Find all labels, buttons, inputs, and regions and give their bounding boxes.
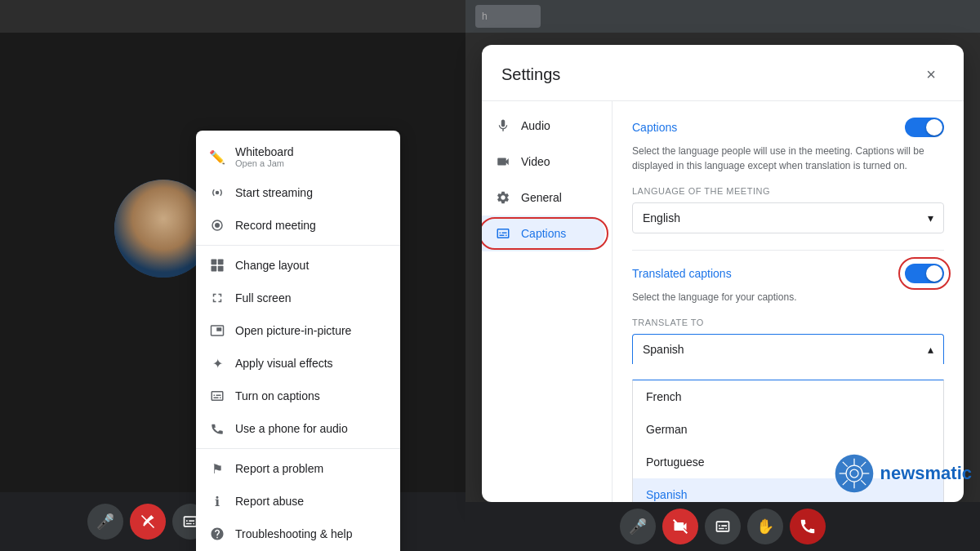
search-text: h [482, 11, 488, 22]
translate-value: Spanish [643, 343, 684, 356]
menu-item-streaming[interactable]: Start streaming [196, 176, 400, 209]
menu-item-pip[interactable]: Open picture-in-picture [196, 314, 400, 347]
menu-item-whiteboard[interactable]: ✏️ Whiteboard Open a Jam [196, 137, 400, 176]
menu-label-whiteboard: Whiteboard [235, 145, 294, 158]
option-portuguese-label: Portuguese [646, 455, 705, 469]
search-bar: h [475, 5, 541, 28]
newsmatic-watermark: newsmatic [834, 453, 972, 494]
captions-description: Select the language people will use in t… [632, 144, 944, 173]
menu-item-record[interactable]: Record meeting [196, 209, 400, 242]
menu-item-layout[interactable]: Change layout [196, 249, 400, 282]
abuse-icon: ℹ [209, 493, 225, 509]
option-french-label: French [646, 390, 682, 403]
phone-icon [209, 420, 225, 437]
layout-icon [209, 257, 225, 273]
option-german[interactable]: German [633, 413, 943, 446]
nav-item-captions[interactable]: Captions [482, 216, 605, 251]
menu-item-fullscreen[interactable]: Full screen [196, 282, 400, 314]
captions-nav-icon [495, 225, 511, 242]
language-dropdown[interactable]: English ▾ [632, 202, 944, 233]
general-icon [495, 189, 511, 206]
menu-sublabel-whiteboard: Open a Jam [235, 158, 294, 168]
captions-menu-icon [209, 388, 225, 404]
end-call-button-right[interactable] [790, 509, 826, 544]
report-icon: ⚑ [209, 460, 225, 477]
svg-rect-6 [218, 266, 224, 272]
settings-sidebar: Audio Video General [482, 101, 612, 502]
svg-point-0 [216, 191, 220, 195]
streaming-icon [209, 184, 225, 201]
nav-label-video: Video [521, 155, 550, 168]
nav-label-general: General [521, 191, 562, 204]
nav-item-general[interactable]: General [482, 180, 605, 216]
language-value: English [643, 211, 680, 224]
menu-item-phone[interactable]: Use a phone for audio [196, 412, 400, 445]
menu-divider-1 [196, 245, 400, 246]
menu-label-record: Record meeting [235, 219, 316, 232]
captions-title: Captions [632, 121, 677, 134]
option-french[interactable]: French [633, 380, 943, 413]
section-divider [632, 250, 944, 251]
newsmatic-text: newsmatic [880, 463, 972, 484]
translated-description: Select the language for your captions. [632, 290, 944, 304]
menu-item-captions[interactable]: Turn on captions [196, 380, 400, 412]
captions-section-header: Captions [632, 118, 944, 137]
menu-label-effects: Apply visual effects [235, 357, 333, 370]
mic-button-right[interactable]: 🎤 [620, 509, 656, 544]
video-icon [495, 153, 511, 170]
settings-body: Audio Video General [482, 101, 964, 502]
left-panel: ✏️ Whiteboard Open a Jam Start streaming… [0, 0, 466, 551]
menu-label-layout: Change layout [235, 259, 309, 272]
effects-icon: ✦ [209, 355, 225, 371]
translate-label: TRANSLATE TO [632, 318, 944, 327]
settings-content: Captions Select the language people will… [612, 101, 964, 502]
cam-button-right[interactable] [662, 509, 698, 544]
pip-icon [209, 322, 225, 339]
svg-rect-5 [212, 266, 217, 272]
settings-title: Settings [501, 65, 560, 84]
menu-item-report-problem[interactable]: ⚑ Report a problem [196, 452, 400, 485]
translated-toggle[interactable] [905, 264, 944, 283]
captions-toggle[interactable] [905, 118, 944, 137]
whiteboard-icon: ✏️ [209, 149, 225, 165]
menu-item-report-abuse[interactable]: ℹ Report abuse [196, 485, 400, 518]
top-bar-left [0, 0, 466, 33]
right-panel: h Settings × Audio [466, 0, 980, 551]
fullscreen-icon [209, 290, 225, 306]
menu-label-pip: Open picture-in-picture [235, 324, 351, 337]
newsmatic-logo-icon [834, 453, 875, 494]
captions-button-right[interactable] [705, 509, 741, 544]
close-button[interactable]: × [918, 61, 944, 87]
nav-item-audio[interactable]: Audio [482, 108, 605, 144]
svg-rect-3 [212, 260, 217, 265]
bottom-toolbar-right: 🎤 ✋ [466, 502, 980, 551]
menu-label-streaming: Start streaming [235, 186, 313, 199]
menu-label-troubleshooting: Troubleshooting & help [235, 527, 352, 540]
svg-point-2 [215, 223, 220, 228]
menu-item-troubleshooting[interactable]: Troubleshooting & help [196, 518, 400, 550]
close-icon: × [926, 65, 936, 84]
audio-icon [495, 118, 511, 134]
svg-rect-4 [218, 260, 224, 265]
nav-label-audio: Audio [521, 119, 550, 132]
record-icon [209, 217, 225, 233]
cam-button[interactable] [130, 504, 166, 540]
nav-item-video[interactable]: Video [482, 144, 605, 180]
dropdown-arrow-up-icon: ▴ [928, 343, 933, 356]
translate-dropdown[interactable]: Spanish ▴ [632, 334, 944, 364]
menu-label-captions: Turn on captions [235, 389, 320, 402]
settings-modal: Settings × Audio [482, 45, 964, 502]
menu-label-fullscreen: Full screen [235, 291, 291, 304]
mic-button[interactable]: 🎤 [87, 504, 123, 540]
troubleshoot-icon [209, 526, 225, 542]
menu-divider-2 [196, 448, 400, 449]
hand-button-right[interactable]: ✋ [747, 509, 783, 544]
option-german-label: German [646, 423, 688, 436]
menu-item-effects[interactable]: ✦ Apply visual effects [196, 347, 400, 380]
translated-section-header: Translated captions [632, 264, 944, 283]
translated-title: Translated captions [632, 267, 732, 280]
nav-label-captions: Captions [521, 227, 566, 240]
menu-label-phone: Use a phone for audio [235, 422, 348, 435]
settings-header: Settings × [482, 45, 964, 101]
option-spanish-label: Spanish [646, 488, 688, 501]
